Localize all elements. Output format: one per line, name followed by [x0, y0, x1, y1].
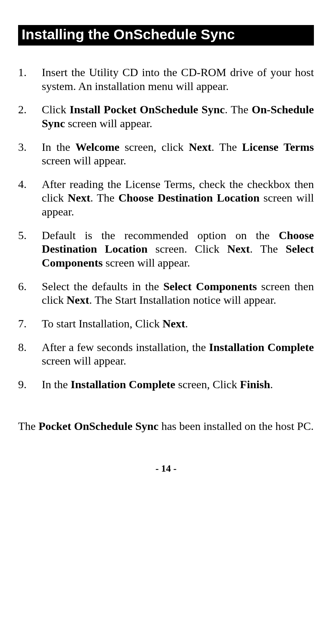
- step-number: 2.: [18, 103, 42, 130]
- step-number: 9.: [18, 378, 42, 392]
- step-body: In the Installation Complete screen, Cli…: [42, 378, 314, 392]
- step-number: 1.: [18, 66, 42, 93]
- list-item: 4.After reading the License Terms, check…: [18, 178, 314, 219]
- bold-text: Install Pocket OnSchedule Sync: [70, 103, 225, 116]
- step-body: Click Install Pocket OnSchedule Sync. Th…: [42, 103, 314, 130]
- bold-text: Pocket OnSchedule Sync: [39, 420, 159, 432]
- bold-text: License Terms: [242, 141, 314, 153]
- section-title: Installing the OnSchedule Sync: [18, 25, 314, 46]
- list-item: 3.In the Welcome screen, click Next. The…: [18, 140, 314, 168]
- bold-text: Choose Destination Location: [118, 191, 260, 204]
- list-item: 5.Default is the recommended option on t…: [18, 229, 314, 270]
- bold-text: Finish: [240, 378, 270, 391]
- closing-paragraph: The Pocket OnSchedule Sync has been inst…: [18, 419, 314, 433]
- step-number: 3.: [18, 140, 42, 168]
- step-number: 6.: [18, 280, 42, 307]
- list-item: 9.In the Installation Complete screen, C…: [18, 378, 314, 392]
- step-body: Insert the Utility CD into the CD-ROM dr…: [42, 66, 314, 93]
- step-body: After reading the License Terms, check t…: [42, 178, 314, 219]
- bold-text: Choose Destination Location: [42, 229, 314, 255]
- list-item: 2.Click Install Pocket OnSchedule Sync. …: [18, 103, 314, 130]
- step-number: 5.: [18, 229, 42, 270]
- bold-text: Next: [189, 141, 212, 153]
- bold-text: Next: [68, 191, 90, 204]
- bold-text: Installation Complete: [209, 341, 314, 353]
- bold-text: Next: [66, 294, 89, 306]
- step-body: Select the defaults in the Select Compon…: [42, 280, 314, 307]
- step-body: To start Installation, Click Next.: [42, 317, 314, 331]
- step-number: 7.: [18, 317, 42, 331]
- bold-text: Next: [227, 243, 250, 255]
- steps-list: 1.Insert the Utility CD into the CD-ROM …: [18, 66, 314, 392]
- bold-text: Select Components: [163, 280, 257, 293]
- bold-text: Installation Complete: [71, 378, 175, 391]
- step-body: In the Welcome screen, click Next. The L…: [42, 140, 314, 168]
- list-item: 1.Insert the Utility CD into the CD-ROM …: [18, 66, 314, 93]
- step-body: Default is the recommended option on the…: [42, 229, 314, 270]
- step-number: 8.: [18, 341, 42, 368]
- page-number: - 14 -: [18, 463, 314, 474]
- step-body: After a few seconds installation, the In…: [42, 341, 314, 368]
- step-number: 4.: [18, 178, 42, 219]
- bold-text: Welcome: [76, 141, 119, 153]
- bold-text: Next: [163, 317, 185, 330]
- list-item: 6.Select the defaults in the Select Comp…: [18, 280, 314, 307]
- list-item: 8.After a few seconds installation, the …: [18, 341, 314, 368]
- list-item: 7.To start Installation, Click Next.: [18, 317, 314, 331]
